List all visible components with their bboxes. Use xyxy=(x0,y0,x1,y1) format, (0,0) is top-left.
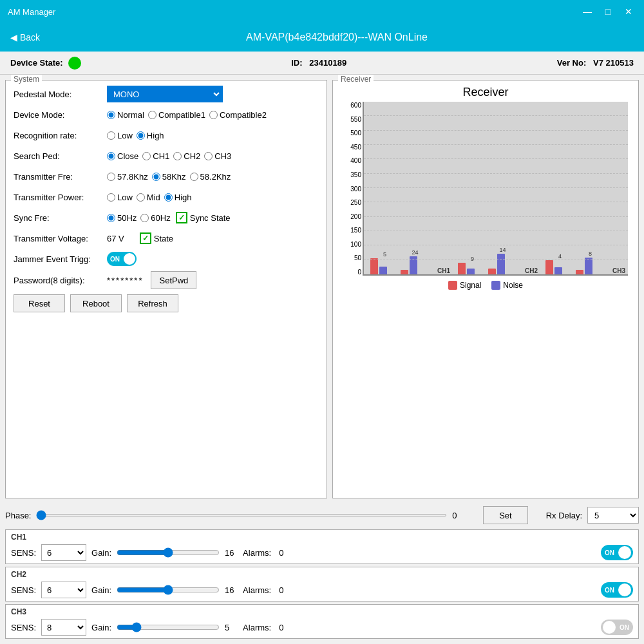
receiver-panel-title: Receiver xyxy=(338,75,374,84)
main-window: AM Manager — □ ✕ ◀ Back AM-VAP(b4e842bdd… xyxy=(0,0,644,644)
ch3-header: CH3 xyxy=(11,607,633,616)
device-id: ID: 23410189 xyxy=(81,58,557,68)
transmitter-voltage-row: Transmitter Voltage: 67 V ✓ State xyxy=(14,230,319,247)
bottom-section: Phase: 0 Set Rx Delay: 5 10 15 20 CH1 SE… xyxy=(0,504,644,644)
ch3-toggle-label: ON xyxy=(620,624,629,631)
ch3-alarms-value: 0 xyxy=(279,623,283,632)
transmitter-fre-label: Transmitter Fre: xyxy=(14,172,107,182)
recognition-rate-label: Recognition rate: xyxy=(14,131,107,140)
system-panel-title: System xyxy=(11,75,42,84)
ch1-header: CH1 xyxy=(11,533,633,542)
sync-state-checkbox[interactable]: ✓ xyxy=(176,212,187,223)
receiver-panel: Receiver Receiver 0 50 100 150 200 250 3… xyxy=(332,80,639,498)
legend-noise-item: Noise xyxy=(491,281,523,290)
transmitter-fre-58[interactable]: 58Khz xyxy=(152,172,186,182)
phase-slider[interactable] xyxy=(36,514,447,516)
transmitter-power-options: Low Mid High xyxy=(107,193,192,202)
window-controls: — □ ✕ xyxy=(580,4,636,19)
password-value: ******** xyxy=(107,276,143,285)
close-button[interactable]: ✕ xyxy=(621,4,636,19)
search-ped-ch1[interactable]: CH1 xyxy=(142,151,169,161)
receiver-chart: 0 50 100 150 200 250 300 350 400 450 500… xyxy=(343,102,628,295)
minimize-button[interactable]: — xyxy=(580,4,595,19)
id-label: ID: xyxy=(291,58,302,68)
set-button[interactable]: Set xyxy=(483,506,528,524)
device-mode-compatible1[interactable]: Compatible1 xyxy=(148,110,205,120)
y-tick-400: 400 xyxy=(343,157,361,164)
ch2-row: SENS: 678910 Gain: 16 Alarms: 0 ON xyxy=(11,582,633,598)
rx-delay-select[interactable]: 5 10 15 20 xyxy=(587,507,639,524)
device-mode-normal[interactable]: Normal xyxy=(107,110,144,120)
ch1-row: SENS: 678910 Gain: 16 Alarms: 0 ON xyxy=(11,544,633,561)
ch3-alarms-label: Alarms: xyxy=(243,623,271,632)
sync-state-label: Sync State xyxy=(190,213,231,223)
ch2-section: CH2 SENS: 678910 Gain: 16 Alarms: 0 ON xyxy=(5,567,639,601)
transmitter-fre-578[interactable]: 57.8Khz xyxy=(107,172,148,182)
device-state-label: Device State: xyxy=(10,58,63,68)
ch2-toggle-label: ON xyxy=(605,587,614,594)
ch2-toggle[interactable]: ON xyxy=(601,582,633,598)
state-checkbox-item: ✓ State xyxy=(140,232,173,244)
transmitter-fre-options: 57.8Khz 58Khz 58.2Khz xyxy=(107,172,231,182)
search-ped-options: Close CH1 CH2 CH3 xyxy=(107,151,231,161)
legend-signal-label: Signal xyxy=(460,281,481,290)
ch1-gain-slider[interactable] xyxy=(117,547,220,558)
transmitter-power-mid[interactable]: Mid xyxy=(137,193,160,202)
sync-fre-controls: 50Hz 60Hz ✓ Sync State xyxy=(107,212,231,223)
search-ped-close[interactable]: Close xyxy=(107,151,138,161)
transmitter-voltage-value: 67 V xyxy=(107,234,124,243)
transmitter-fre-582[interactable]: 58.2Khz xyxy=(190,172,231,182)
rx-delay-label: Rx Delay: xyxy=(546,511,582,520)
reboot-button[interactable]: Reboot xyxy=(70,294,122,312)
device-mode-row: Device Mode: Normal Compatible1 Compatib… xyxy=(14,106,319,123)
device-mode-compatible2[interactable]: Compatible2 xyxy=(209,110,267,120)
sync-fre-60hz[interactable]: 60Hz xyxy=(140,213,170,223)
receiver-chart-title: Receiver xyxy=(341,86,630,99)
state-checkbox[interactable]: ✓ xyxy=(140,232,151,244)
pedestal-mode-row: Pedestal Mode: MONO xyxy=(14,86,319,102)
ch1-toggle-label: ON xyxy=(605,549,614,556)
ch1-sens-select[interactable]: 678910 xyxy=(41,544,86,561)
ch1-toggle[interactable]: ON xyxy=(601,545,633,560)
search-ped-ch2[interactable]: CH2 xyxy=(173,151,200,161)
y-tick-300: 300 xyxy=(343,185,361,193)
search-ped-ch3[interactable]: CH3 xyxy=(204,151,231,161)
ch2-gain-value: 16 xyxy=(225,585,238,595)
system-panel: System Pedestal Mode: MONO Device Mode: … xyxy=(5,80,327,498)
phase-label: Phase: xyxy=(5,511,31,520)
y-tick-50: 50 xyxy=(343,254,361,261)
ch2-gain-slider[interactable] xyxy=(117,585,220,595)
reset-button[interactable]: Reset xyxy=(14,294,65,312)
y-tick-0: 0 xyxy=(343,269,361,276)
ch2-sens-select[interactable]: 678910 xyxy=(41,582,86,598)
jammer-toggle[interactable]: ON xyxy=(107,252,137,266)
password-label: Password(8 digits): xyxy=(14,276,107,285)
ch3-sens-select[interactable]: 678910 xyxy=(41,619,86,636)
sync-fre-50hz[interactable]: 50Hz xyxy=(107,213,137,223)
setpwd-button[interactable]: SetPwd xyxy=(151,271,196,289)
pedestal-mode-select[interactable]: MONO xyxy=(107,86,223,102)
y-tick-600: 600 xyxy=(343,102,361,109)
recognition-rate-low[interactable]: Low xyxy=(107,131,133,140)
legend-noise-label: Noise xyxy=(503,281,523,290)
ch2-gain-label: Gain: xyxy=(91,585,111,595)
y-tick-150: 150 xyxy=(343,227,361,234)
ch3-gain-value: 5 xyxy=(225,623,238,632)
y-tick-100: 100 xyxy=(343,241,361,248)
maximize-button[interactable]: □ xyxy=(600,4,616,19)
transmitter-power-high[interactable]: High xyxy=(164,193,192,202)
recognition-rate-options: Low High xyxy=(107,131,164,140)
ch3-row: SENS: 678910 Gain: 5 Alarms: 0 ON xyxy=(11,619,633,636)
transmitter-power-row: Transmitter Power: Low Mid High xyxy=(14,189,319,205)
password-row: Password(8 digits): ******** SetPwd xyxy=(14,271,319,289)
device-mode-label: Device Mode: xyxy=(14,110,107,120)
ch3-toggle[interactable]: ON xyxy=(601,620,633,635)
jammer-event-row: Jammer Event Trigg: ON xyxy=(14,251,319,267)
transmitter-power-label: Transmitter Power: xyxy=(14,193,107,202)
refresh-button[interactable]: Refresh xyxy=(127,294,178,312)
transmitter-power-low[interactable]: Low xyxy=(107,193,133,202)
back-button[interactable]: ◀ Back xyxy=(10,32,40,43)
ch3-gain-slider[interactable] xyxy=(117,622,220,632)
ver-label: Ver No: xyxy=(557,58,587,68)
recognition-rate-high[interactable]: High xyxy=(137,131,164,140)
